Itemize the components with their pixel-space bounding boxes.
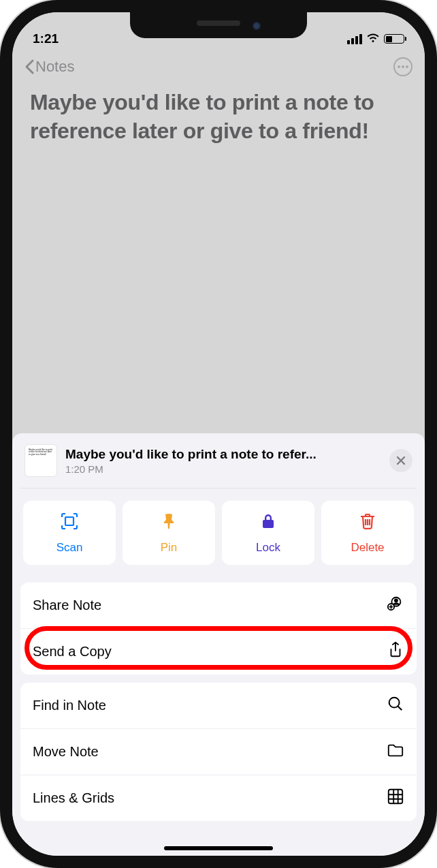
svg-point-0	[398, 65, 400, 68]
scan-icon	[60, 512, 79, 534]
move-note-item[interactable]: Move Note	[20, 728, 417, 775]
lock-button[interactable]: Lock	[222, 501, 314, 565]
lock-label: Lock	[256, 541, 280, 555]
svg-rect-8	[389, 790, 402, 803]
note-thumbnail: Maybe you'd like to print a note to refe…	[25, 444, 57, 477]
notch	[130, 12, 307, 38]
send-copy-label: Send a Copy	[33, 644, 112, 660]
pin-icon	[159, 512, 178, 534]
delete-button[interactable]: Delete	[321, 501, 414, 565]
pin-button[interactable]: Pin	[123, 501, 215, 565]
svg-point-1	[402, 65, 404, 68]
sheet-timestamp: 1:20 PM	[65, 463, 381, 475]
close-button[interactable]	[389, 449, 412, 472]
send-copy-item[interactable]: Send a Copy	[20, 628, 417, 675]
share-note-label: Share Note	[33, 598, 101, 613]
back-button[interactable]: Notes	[25, 58, 74, 76]
note-title: Maybe you'd like to print a note to refe…	[12, 80, 425, 145]
svg-point-7	[389, 698, 400, 708]
grid-icon	[387, 788, 404, 809]
wifi-icon	[366, 31, 380, 46]
collaborate-icon	[387, 595, 404, 616]
find-in-note-label: Find in Note	[33, 698, 106, 713]
back-label: Notes	[35, 58, 74, 76]
svg-rect-3	[65, 517, 74, 525]
sheet-title: Maybe you'd like to print a note to refe…	[65, 447, 381, 462]
svg-point-5	[395, 599, 398, 602]
move-note-label: Move Note	[33, 744, 99, 760]
share-sheet: Maybe you'd like to print a note to refe…	[12, 433, 425, 856]
find-in-note-item[interactable]: Find in Note	[20, 683, 417, 728]
pin-label: Pin	[161, 541, 178, 555]
lines-grids-item[interactable]: Lines & Grids	[20, 775, 417, 821]
battery-icon	[384, 34, 404, 44]
lines-grids-label: Lines & Grids	[33, 790, 114, 806]
scan-button[interactable]: Scan	[23, 501, 116, 565]
cellular-signal-icon	[347, 34, 362, 44]
status-time: 1:21	[33, 31, 59, 46]
scan-label: Scan	[56, 541, 83, 555]
lock-icon	[259, 512, 278, 534]
delete-label: Delete	[351, 541, 384, 555]
search-icon	[387, 695, 404, 716]
more-button[interactable]	[393, 57, 412, 76]
share-icon	[387, 641, 404, 662]
trash-icon	[358, 512, 377, 534]
svg-point-2	[406, 65, 408, 68]
share-note-item[interactable]: Share Note	[20, 583, 417, 628]
home-indicator[interactable]	[164, 846, 273, 850]
folder-icon	[387, 741, 404, 762]
